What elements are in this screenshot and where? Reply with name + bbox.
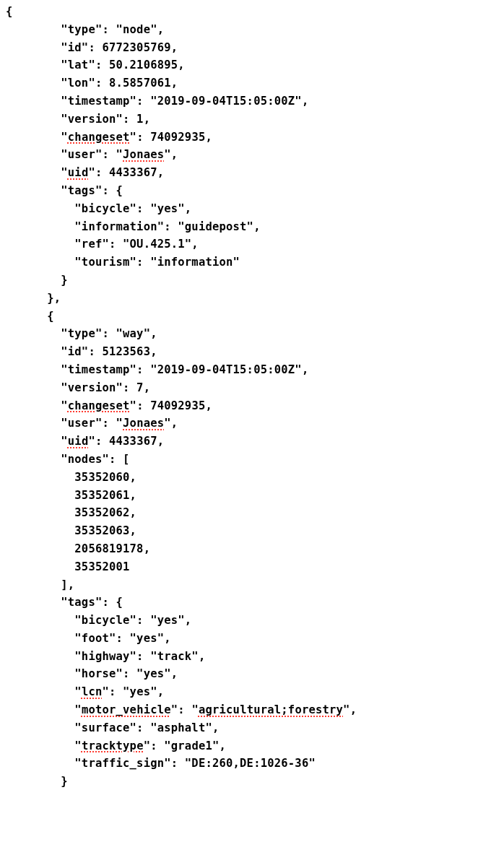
code-line: },: [6, 292, 61, 305]
code-line: "lat": 50.2106895,: [6, 58, 185, 71]
spellcheck-underline: changeset: [68, 131, 130, 144]
code-line: "traffic_sign": "DE:260,DE:1026-36": [6, 757, 316, 770]
code-line: "highway": "track",: [6, 650, 205, 663]
code-line: "uid": 4433367,: [6, 435, 164, 448]
code-line: 35352001: [6, 560, 130, 573]
code-line: "bicycle": "yes",: [6, 202, 191, 215]
code-line: "tags": {: [6, 184, 123, 197]
code-line: 35352061,: [6, 489, 136, 502]
code-line: "tracktype": "grade1",: [6, 739, 226, 752]
code-line: "type": "node",: [6, 23, 164, 36]
code-line: }: [6, 775, 68, 788]
code-line: "lcn": "yes",: [6, 685, 164, 698]
spellcheck-underline: changeset: [68, 399, 130, 412]
code-line: "tags": {: [6, 596, 123, 609]
code-line: "tourism": "information": [6, 256, 240, 269]
code-line: "information": "guidepost",: [6, 220, 261, 233]
code-line: "foot": "yes",: [6, 632, 171, 645]
spellcheck-underline: tracktype: [82, 739, 144, 752]
spellcheck-underline: Jonaes: [123, 417, 164, 430]
code-line: "id": 5123563,: [6, 345, 157, 358]
code-line: "nodes": [: [6, 453, 130, 466]
code-line: "uid": 4433367,: [6, 166, 164, 179]
code-line: }: [6, 274, 68, 287]
code-line: "user": "Jonaes",: [6, 148, 178, 161]
code-line: "motor_vehicle": "agricultural;forestry"…: [6, 703, 357, 716]
code-line: ],: [6, 578, 74, 591]
code-line: 35352060,: [6, 471, 136, 484]
json-code-block: { "type": "node", "id": 6772305769, "lat…: [0, 0, 504, 791]
code-line: "lon": 8.5857061,: [6, 77, 178, 90]
code-line: "timestamp": "2019-09-04T15:05:00Z",: [6, 95, 308, 108]
code-line: "horse": "yes",: [6, 667, 178, 680]
spellcheck-underline: motor_vehicle: [82, 703, 171, 716]
spellcheck-underline: lcn: [82, 685, 103, 698]
code-line: "surface": "asphalt",: [6, 721, 220, 734]
code-line: "timestamp": "2019-09-04T15:05:00Z",: [6, 363, 308, 376]
code-line: {: [6, 5, 13, 18]
code-line: "ref": "OU.425.1",: [6, 238, 199, 251]
code-line: "changeset": 74092935,: [6, 131, 212, 144]
spellcheck-underline: Jonaes: [123, 148, 164, 161]
code-line: 2056819178,: [6, 542, 150, 555]
code-line: "changeset": 74092935,: [6, 399, 212, 412]
code-line: "version": 7,: [6, 381, 150, 394]
spellcheck-underline: uid: [68, 435, 89, 448]
spellcheck-underline: uid: [68, 166, 89, 179]
code-line: "type": "way",: [6, 327, 157, 340]
spellcheck-underline: agricultural;forestry: [199, 703, 343, 716]
code-line: "bicycle": "yes",: [6, 614, 191, 627]
code-line: 35352063,: [6, 524, 136, 537]
code-line: "id": 6772305769,: [6, 41, 178, 54]
code-line: 35352062,: [6, 506, 136, 519]
code-line: "user": "Jonaes",: [6, 417, 178, 430]
code-line: {: [6, 310, 54, 323]
code-line: "version": 1,: [6, 113, 150, 126]
